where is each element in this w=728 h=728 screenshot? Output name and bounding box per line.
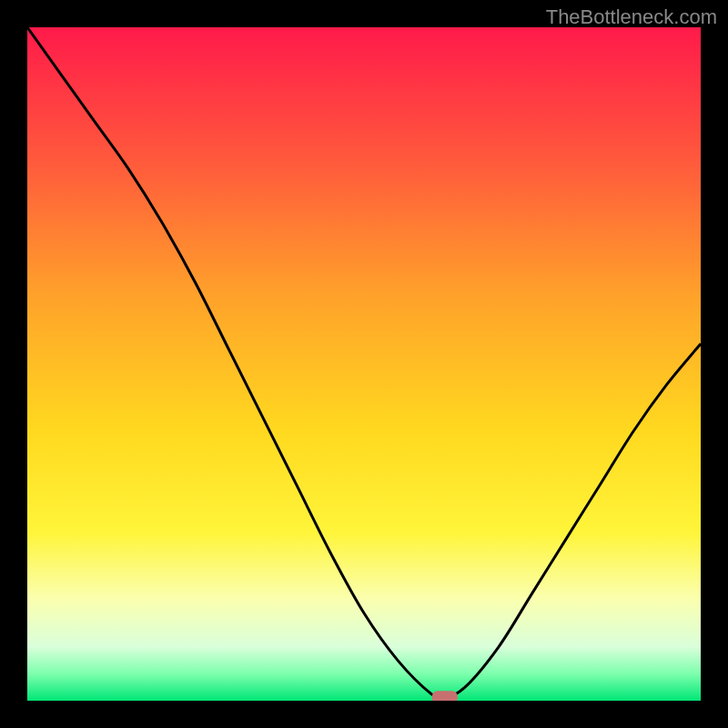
- watermark-text: TheBottleneck.com: [546, 5, 717, 29]
- optimal-marker: [432, 691, 458, 701]
- gradient-background: [27, 27, 701, 701]
- bottleneck-chart: [27, 27, 701, 701]
- chart-svg: [27, 27, 701, 701]
